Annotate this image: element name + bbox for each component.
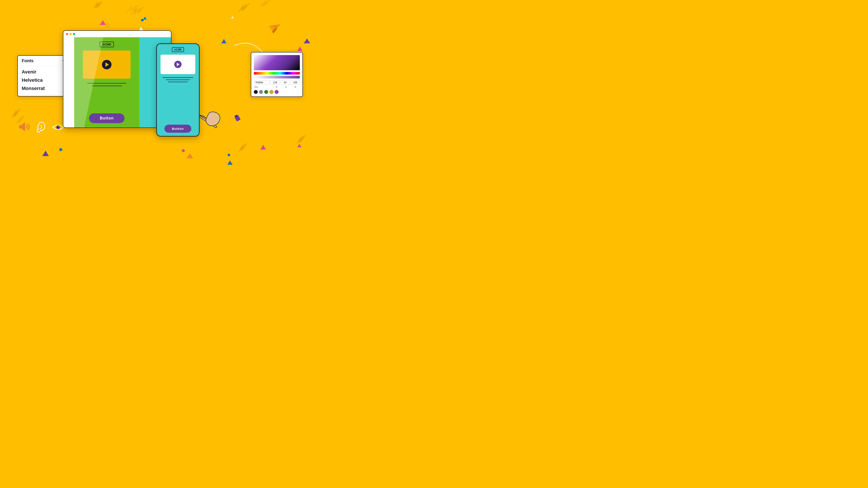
svg-marker-11 bbox=[297, 144, 302, 148]
svg-marker-26 bbox=[22, 123, 25, 131]
color-gradient-picker[interactable] bbox=[254, 55, 300, 70]
color-b-input[interactable] bbox=[291, 80, 300, 85]
svg-marker-8 bbox=[42, 151, 49, 156]
svg-point-18 bbox=[182, 150, 185, 152]
card-line-2 bbox=[92, 86, 122, 86]
browser-dot-red bbox=[66, 33, 68, 35]
svg-point-29 bbox=[58, 126, 59, 127]
phone-line-3 bbox=[168, 82, 188, 82]
fonts-dropdown-panel: Fonts ▼ Avenir Helvetica Monserrat bbox=[18, 55, 69, 96]
browser-window: ACME Button bbox=[63, 30, 172, 128]
color-swatches bbox=[254, 90, 300, 94]
svg-marker-23 bbox=[269, 21, 280, 30]
phone-line-1 bbox=[163, 77, 193, 78]
svg-marker-7 bbox=[304, 39, 310, 43]
r-label: R bbox=[272, 86, 281, 88]
phone-content: ACME Button bbox=[157, 44, 199, 136]
swatch-black[interactable] bbox=[254, 90, 258, 94]
svg-marker-3 bbox=[139, 27, 143, 30]
svg-point-28 bbox=[57, 126, 59, 128]
phone-mockup: ACME Button bbox=[156, 43, 199, 137]
g-label: G bbox=[282, 86, 290, 88]
svg-marker-19 bbox=[104, 22, 111, 28]
svg-point-12 bbox=[227, 154, 230, 156]
font-item-helvetica[interactable]: Helvetica bbox=[22, 76, 65, 84]
hex-label: Hex bbox=[254, 86, 271, 88]
color-inputs-row bbox=[254, 80, 300, 85]
svg-marker-22 bbox=[269, 21, 283, 34]
color-r-input[interactable] bbox=[271, 80, 280, 85]
svg-marker-21 bbox=[187, 154, 193, 158]
svg-marker-6 bbox=[297, 46, 303, 51]
color-spectrum-slider[interactable] bbox=[254, 72, 300, 74]
color-input-labels: Hex R G B bbox=[254, 86, 300, 88]
svg-marker-2 bbox=[143, 17, 147, 20]
fonts-header[interactable]: Fonts ▼ bbox=[18, 56, 69, 66]
svg-point-17 bbox=[59, 148, 62, 151]
phone-play-button[interactable] bbox=[174, 61, 182, 68]
color-hex-input[interactable] bbox=[254, 80, 270, 85]
svg-marker-20 bbox=[100, 20, 106, 25]
font-item-monserrat[interactable]: Monserrat bbox=[22, 84, 65, 93]
desktop-button[interactable]: Button bbox=[89, 113, 125, 123]
svg-marker-9 bbox=[227, 160, 232, 165]
font-item-avenir[interactable]: Avenir bbox=[22, 68, 65, 76]
play-icon bbox=[105, 62, 109, 67]
swatch-purple[interactable] bbox=[275, 90, 279, 94]
swatch-gray[interactable] bbox=[259, 90, 263, 94]
phone-play-icon bbox=[177, 63, 179, 66]
browser-content: ACME Button bbox=[63, 37, 171, 128]
svg-point-14 bbox=[141, 19, 144, 22]
desktop-play-button[interactable] bbox=[102, 60, 112, 69]
b-label: B bbox=[291, 86, 300, 88]
swatch-green[interactable] bbox=[264, 90, 268, 94]
phone-video-thumbnail bbox=[160, 55, 195, 74]
browser-dot-green bbox=[73, 33, 75, 35]
browser-topbar bbox=[63, 31, 171, 37]
svg-marker-10 bbox=[260, 145, 266, 150]
svg-rect-30 bbox=[234, 115, 241, 122]
phone-button[interactable]: Button bbox=[164, 125, 191, 133]
phone-acme-badge: ACME bbox=[172, 47, 184, 52]
fonts-list: Avenir Helvetica Monserrat bbox=[18, 66, 69, 96]
svg-marker-4 bbox=[221, 39, 226, 43]
svg-marker-24 bbox=[271, 27, 278, 34]
color-picker-panel: Hex R G B bbox=[251, 52, 303, 97]
phone-line-2 bbox=[166, 79, 190, 80]
svg-marker-5 bbox=[231, 16, 234, 19]
swatch-yellow[interactable] bbox=[270, 90, 273, 94]
svg-point-13 bbox=[182, 149, 185, 152]
browser-dot-yellow bbox=[69, 33, 71, 35]
color-g-input[interactable] bbox=[280, 80, 290, 85]
svg-point-27 bbox=[56, 125, 60, 129]
fonts-title: Fonts bbox=[22, 58, 33, 63]
color-opacity-slider[interactable] bbox=[254, 76, 300, 78]
svg-rect-25 bbox=[19, 125, 22, 129]
svg-rect-31 bbox=[235, 115, 238, 118]
